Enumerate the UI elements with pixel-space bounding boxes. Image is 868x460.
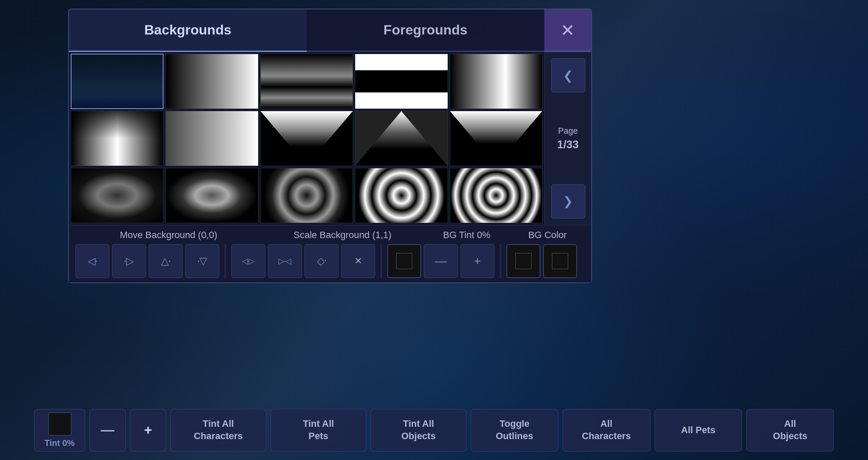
scale-vert-button[interactable]: ◇• [305,244,339,278]
grid-cell-15[interactable] [450,168,543,223]
scale-controls: ◁•▷ ▷•◁ ◇• ✕ [231,244,375,278]
tint-all-objects-button[interactable]: Tint All Objects [371,409,466,451]
bg-color-swatch-2[interactable] [543,244,577,278]
divider-3 [500,244,501,278]
grid-cell-14[interactable] [355,168,448,223]
grid-cell-12[interactable] [165,168,258,223]
close-button[interactable]: ✕ [544,9,591,52]
bg-tint-controls: — + [387,244,494,278]
tab-foregrounds[interactable]: Foregrounds [307,9,544,52]
scale-horiz-shrink-button[interactable]: ▷•◁ [268,244,302,278]
tab-backgrounds[interactable]: Backgrounds [69,9,307,52]
grid-cell-6[interactable] [71,111,164,166]
bottom-toolbar: Tint 0% — + Tint All Characters Tint All… [34,409,834,451]
tint-plus-button[interactable]: + [130,409,166,451]
all-pets-button[interactable]: All Pets [655,409,742,451]
page-next-button[interactable]: ❯ [551,184,585,218]
bg-color-label: BG Color [510,230,585,241]
scale-bg-label: Scale Background (1,1) [262,230,423,241]
controls-buttons: ◁• •▷ △• •▽ ◁•▷ ▷•◁ ◇• ✕ — + [75,244,585,278]
move-left-button[interactable]: ◁• [75,244,109,278]
bg-color-controls [506,244,577,278]
bg-tint-minus-button[interactable]: — [424,244,458,278]
grid-cell-13[interactable] [260,168,353,223]
bg-tint-swatch[interactable] [387,244,421,278]
move-up-button[interactable]: △• [149,244,183,278]
all-characters-button[interactable]: All Characters [563,409,650,451]
controls-labels: Move Background (0,0) Scale Background (… [75,230,585,241]
bg-tint-plus-button[interactable]: + [460,244,494,278]
background-grid [69,52,544,225]
grid-cell-7[interactable] [165,111,258,166]
bg-color-swatch-1[interactable] [506,244,540,278]
tint-display: Tint 0% [34,409,85,451]
move-bg-label: Move Background (0,0) [75,230,262,241]
divider-1 [224,244,226,278]
grid-cell-9[interactable] [355,111,448,166]
page-prev-button[interactable]: ❮ [551,58,585,92]
grid-cell-4[interactable] [355,54,448,109]
tab-row: Backgrounds Foregrounds ✕ [69,9,591,52]
tint-minus-button[interactable]: — [89,409,126,451]
toggle-outlines-button[interactable]: Toggle Outlines [471,409,558,451]
divider-2 [380,244,382,278]
all-objects-button[interactable]: All Objects [746,409,834,451]
grid-cell-11[interactable] [71,168,164,223]
move-right-button[interactable]: •▷ [112,244,146,278]
bg-tint-label: BG Tint 0% [423,230,510,241]
page-info: Page 1/33 [557,125,579,152]
grid-cell-10[interactable] [450,111,543,166]
scale-horiz-expand-button[interactable]: ◁•▷ [231,244,265,278]
controls-row: Move Background (0,0) Scale Background (… [69,225,591,282]
grid-section: ❮ Page 1/33 ❯ [69,52,591,225]
tint-all-pets-button[interactable]: Tint All Pets [270,409,366,451]
grid-cell-8[interactable] [260,111,353,166]
move-down-button[interactable]: •▽ [185,244,219,278]
tint-color-swatch [48,412,72,436]
grid-cell-2[interactable] [165,54,258,109]
main-panel: Backgrounds Foregrounds ✕ [68,9,592,283]
grid-cell-1[interactable] [71,54,164,109]
scale-reset-button[interactable]: ✕ [341,244,375,278]
pagination-sidebar: ❮ Page 1/33 ❯ [544,52,591,225]
grid-cell-5[interactable] [450,54,543,109]
grid-cell-3[interactable] [260,54,353,109]
tint-all-characters-button[interactable]: Tint All Characters [170,409,266,451]
move-controls: ◁• •▷ △• •▽ [75,244,219,278]
